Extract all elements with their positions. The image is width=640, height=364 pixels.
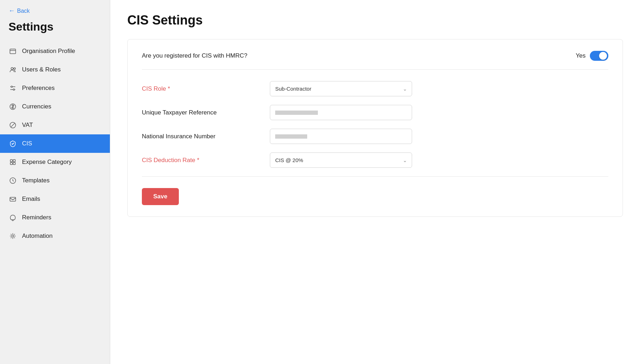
- cis-role-select-wrapper: Sub-Contractor Contractor Both ⌄: [270, 81, 412, 96]
- sidebar-title: Settings: [0, 17, 110, 42]
- preferences-icon: [9, 84, 17, 92]
- form-divider: [142, 176, 608, 177]
- svg-rect-0: [10, 49, 16, 54]
- sidebar-item-users-roles[interactable]: Users & Roles: [0, 60, 110, 79]
- cis-role-select[interactable]: Sub-Contractor Contractor Both: [270, 81, 412, 96]
- currencies-icon: [9, 102, 17, 111]
- vat-icon: [9, 121, 17, 129]
- sidebar-item-label-preferences: Preferences: [22, 85, 55, 92]
- svg-rect-10: [10, 160, 12, 162]
- svg-rect-11: [13, 160, 15, 162]
- sidebar-item-expense-category[interactable]: Expense Category: [0, 153, 110, 171]
- sidebar-item-label-cis: CIS: [22, 140, 32, 147]
- cis-registration-right: Yes: [576, 51, 608, 61]
- toggle-thumb: [599, 52, 607, 60]
- ni-number-input[interactable]: [270, 129, 412, 144]
- cis-registration-row: Are you registered for CIS with HMRC? Ye…: [142, 51, 608, 70]
- main-content: CIS Settings Are you registered for CIS …: [110, 0, 640, 364]
- sidebar-item-automation[interactable]: Automation: [0, 227, 110, 245]
- svg-rect-13: [13, 162, 15, 165]
- utr-field: [270, 105, 412, 120]
- ni-number-label: National Insurance Number: [142, 133, 270, 140]
- cis-registration-question: Are you registered for CIS with HMRC?: [142, 52, 247, 59]
- sidebar-item-organisation-profile[interactable]: Organisation Profile: [0, 42, 110, 60]
- sidebar-item-currencies[interactable]: Currencies: [0, 97, 110, 116]
- cis-deduction-rate-label: CIS Deduction Rate *: [142, 157, 270, 164]
- svg-point-5: [11, 86, 12, 87]
- sidebar-navigation: Organisation Profile Users & Roles: [0, 42, 110, 245]
- sidebar-item-label-automation: Automation: [22, 232, 53, 240]
- save-button[interactable]: Save: [142, 188, 179, 205]
- sidebar-item-cis[interactable]: CIS: [0, 134, 110, 153]
- sidebar-item-preferences[interactable]: Preferences: [0, 79, 110, 97]
- sidebar-item-label-templates: Templates: [22, 177, 49, 184]
- emails-icon: [9, 195, 17, 203]
- org-icon: [9, 47, 17, 55]
- svg-point-6: [13, 89, 15, 90]
- sidebar-item-label-organisation-profile: Organisation Profile: [22, 48, 75, 55]
- back-label: Back: [17, 8, 30, 14]
- svg-rect-12: [10, 162, 12, 165]
- back-arrow-icon: ←: [9, 7, 15, 15]
- sidebar-item-label-users-roles: Users & Roles: [22, 66, 61, 73]
- ni-number-field: [270, 129, 412, 144]
- cis-deduction-rate-field: CIS @ 20% CIS @ 30% CIS @ 0% ⌄: [270, 152, 412, 168]
- sidebar-item-vat[interactable]: VAT: [0, 116, 110, 134]
- svg-point-1: [11, 68, 13, 70]
- automation-icon: [9, 232, 17, 240]
- cis-registration-toggle[interactable]: [590, 51, 608, 61]
- utr-row: Unique Taxpayer Reference: [142, 105, 608, 120]
- users-icon: [9, 65, 17, 74]
- sidebar-item-label-currencies: Currencies: [22, 103, 51, 110]
- sidebar-item-label-reminders: Reminders: [22, 214, 51, 221]
- sidebar-item-emails[interactable]: Emails: [0, 190, 110, 208]
- sidebar-item-templates[interactable]: Templates: [0, 171, 110, 190]
- utr-input[interactable]: [270, 105, 412, 120]
- sidebar-item-reminders[interactable]: Reminders: [0, 208, 110, 227]
- cis-role-field: Sub-Contractor Contractor Both ⌄: [270, 81, 412, 96]
- cis-yes-label: Yes: [576, 52, 586, 59]
- templates-icon: [9, 176, 17, 185]
- page-title: CIS Settings: [127, 13, 623, 28]
- cis-icon: [9, 139, 17, 148]
- svg-rect-15: [10, 197, 16, 201]
- ni-number-row: National Insurance Number: [142, 129, 608, 144]
- svg-point-16: [12, 235, 14, 237]
- svg-point-2: [14, 68, 16, 70]
- cis-deduction-rate-select-wrapper: CIS @ 20% CIS @ 30% CIS @ 0% ⌄: [270, 152, 412, 168]
- reminders-icon: [9, 213, 17, 222]
- sidebar: ← Back Settings Organisation Profile: [0, 0, 110, 364]
- cis-settings-card: Are you registered for CIS with HMRC? Ye…: [127, 39, 623, 217]
- cis-deduction-rate-row: CIS Deduction Rate * CIS @ 20% CIS @ 30%…: [142, 152, 608, 168]
- back-link[interactable]: ← Back: [0, 7, 110, 17]
- expense-icon: [9, 158, 17, 166]
- sidebar-item-label-emails: Emails: [22, 196, 40, 203]
- svg-line-9: [11, 123, 15, 127]
- utr-label: Unique Taxpayer Reference: [142, 109, 270, 116]
- sidebar-item-label-expense-category: Expense Category: [22, 159, 72, 166]
- cis-role-row: CIS Role * Sub-Contractor Contractor Bot…: [142, 81, 608, 96]
- cis-deduction-rate-select[interactable]: CIS @ 20% CIS @ 30% CIS @ 0%: [270, 152, 412, 168]
- sidebar-item-label-vat: VAT: [22, 122, 33, 129]
- cis-role-label: CIS Role *: [142, 85, 270, 92]
